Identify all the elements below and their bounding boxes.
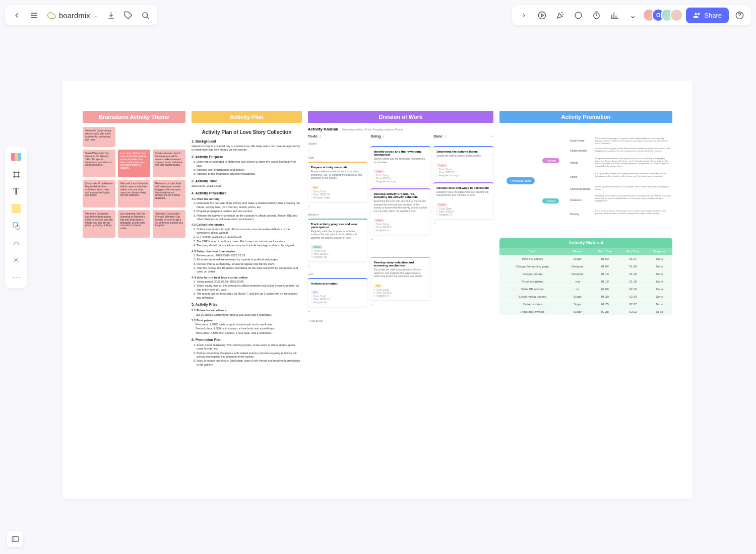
text-button[interactable]: T	[8, 183, 24, 199]
kanban-board: To-do5 Urgent + High Prepare activity ma…	[308, 134, 493, 322]
mm-node[interactable]: Partner	[570, 161, 578, 164]
chevron-down-icon: ⌄	[93, 12, 98, 19]
svg-rect-7	[12, 536, 19, 541]
plan-document[interactable]: Activity Plan of Love Story Collection 1…	[192, 127, 302, 367]
templates-icon	[11, 153, 21, 161]
kanban-card[interactable]: Identify prizes and the rewarding mechan…	[370, 146, 430, 186]
add-group[interactable]: + Add group	[308, 319, 368, 322]
table-row[interactable]: Write PR articlesxx02.0902.10Done	[499, 286, 672, 293]
svg-point-6	[16, 225, 20, 230]
table-row[interactable]: Collect storiesSugar02.2502.27To do	[499, 301, 672, 308]
add-card[interactable]: +	[370, 237, 430, 242]
add-card[interactable]: +	[308, 309, 368, 314]
shape-button[interactable]	[8, 218, 24, 234]
brainstorm-column: Brainstorm Activity Theme Valentine's Da…	[83, 111, 185, 238]
mm-node[interactable]: Interaction	[570, 198, 582, 201]
mm-node[interactable]: Sharing	[570, 213, 579, 216]
more-button[interactable]: ⌄	[625, 8, 640, 23]
kanban-card[interactable]: Prepare activity materialsPrepare releva…	[308, 162, 368, 202]
table-row[interactable]: Social media postingSugar01.3002.10Done	[499, 293, 672, 301]
back-button[interactable]	[9, 8, 24, 23]
comment-button[interactable]	[571, 8, 586, 23]
doc-title-text: boardmix	[59, 11, 90, 20]
kanban-col-doing: Doing2 Identify prizes and the rewarding…	[370, 134, 430, 322]
more-tools-button[interactable]: ⋯	[8, 269, 24, 285]
sticky-note[interactable]: Love story collection: Let users share t…	[118, 150, 151, 177]
avatar[interactable]	[670, 9, 683, 22]
celebrate-button[interactable]	[552, 8, 568, 23]
column-header: Brainstorm Activity Theme	[83, 111, 185, 123]
mindmap[interactable]: Promotion plan Channel Content Social me…	[499, 137, 672, 228]
minimap-button[interactable]	[7, 531, 23, 547]
chart-button[interactable]	[607, 8, 622, 23]
mm-root[interactable]: Promotion plan	[507, 177, 535, 184]
tag-button[interactable]	[121, 8, 136, 23]
side-toolbar: T ⋯	[5, 146, 27, 288]
user-plus-icon	[693, 11, 702, 20]
canvas[interactable]: Brainstorm Activity Theme Valentine's Da…	[62, 81, 692, 499]
sticky-note[interactable]: Restaurant or hotel: Work with restauran…	[153, 180, 185, 207]
column-header: Division of Work	[308, 111, 493, 123]
table-row[interactable]: Design postersDesigner01.1001.10Done	[499, 270, 672, 278]
table-header-row: TaskPersonStart TimeEnd TimeProgress	[499, 248, 672, 255]
mm-node[interactable]: Social media	[570, 139, 585, 142]
svg-point-2	[575, 12, 582, 19]
notes-grid: Valentine's Day is coming, please start …	[83, 127, 185, 238]
svg-point-1	[538, 12, 545, 19]
doc-title[interactable]: boardmix ⌄	[43, 11, 102, 20]
search-button[interactable]	[138, 8, 153, 23]
kanban-card[interactable]: Develop story selection and screening me…	[370, 257, 430, 300]
timer-button[interactable]	[589, 8, 604, 23]
menu-button[interactable]	[26, 8, 41, 23]
material-table[interactable]: Activity Material TaskPersonStart TimeEn…	[499, 238, 672, 315]
line-button[interactable]	[8, 235, 24, 251]
templates-button[interactable]	[8, 149, 24, 165]
promotion-column: Activity Promotion Promotion plan Channe…	[499, 111, 672, 315]
cloud-icon	[47, 11, 56, 20]
sticky-note[interactable]: Valentine's Day bundles: Promote Valenti…	[153, 210, 185, 238]
expand-button[interactable]: ›	[516, 8, 531, 23]
kanban-card[interactable]: Determine the activity themeDecide the a…	[433, 146, 493, 180]
add-card[interactable]: +	[370, 303, 430, 307]
mm-node[interactable]: Creation guidance	[570, 187, 591, 190]
kanban-title: Activity KanbanGrouping condition: To-do…	[308, 127, 493, 131]
sticky-note[interactable]: Clock chain: On Valentine's Day, hold cl…	[83, 180, 115, 207]
sticky-note[interactable]: Confession note: Launch the confession w…	[153, 150, 185, 177]
topbar-left: boardmix ⌄	[5, 5, 157, 25]
kanban-card[interactable]: Develop activity procedures, including t…	[370, 188, 430, 235]
table-row[interactable]: Announce awardsSugar02.2803.02To do	[499, 308, 672, 316]
table-row[interactable]: Plan the activitySugar01.0301.27Done	[499, 255, 672, 263]
help-button[interactable]	[732, 8, 747, 23]
sticky-icon	[12, 204, 21, 214]
add-card[interactable]: +	[308, 264, 368, 268]
frame-button[interactable]	[8, 166, 24, 182]
sticky-note[interactable]: Valentine's Day games: Launch interactiv…	[83, 210, 115, 238]
mm-node[interactable]: Offline	[570, 175, 577, 178]
sticky-note[interactable]: Valentine's Day is coming, please start …	[83, 127, 115, 147]
sticky-button[interactable]	[8, 200, 24, 217]
table-row[interactable]: Design the landing pageDesigner01.0401.0…	[499, 263, 672, 270]
download-button[interactable]	[104, 8, 119, 23]
mm-node[interactable]: Content	[542, 198, 559, 203]
play-button[interactable]	[534, 8, 549, 23]
connector-button[interactable]	[8, 252, 24, 268]
share-button[interactable]: Share	[686, 8, 729, 23]
kanban-card[interactable]: Track activity progress and user partici…	[308, 219, 368, 262]
topbar-right: › ⌄ O Share	[512, 5, 751, 25]
column-header: Activity Promotion	[499, 111, 672, 123]
add-card[interactable]: +	[433, 222, 493, 226]
table-title: Activity Material	[499, 238, 672, 248]
sticky-note[interactable]: Wish wall: Launch the wish wall for user…	[118, 180, 151, 207]
avatars[interactable]: O	[647, 9, 683, 22]
sticky-note[interactable]: Live streaming: Hold live streaming on V…	[118, 210, 151, 238]
doc-title: Activity Plan of Love Story Collection	[192, 129, 302, 136]
kanban-col-done: Done2+ Determine the activity themeDecid…	[433, 134, 493, 322]
add-card[interactable]: +	[308, 204, 368, 209]
add-card[interactable]: +	[308, 148, 368, 152]
kanban-card[interactable]: Activity promotionLowTo-do: To-doTime: 2…	[308, 278, 368, 307]
kanban-card[interactable]: Design rules and ways to participateEsta…	[433, 182, 493, 219]
mm-node[interactable]: Official website	[570, 149, 587, 152]
sticky-note[interactable]: Special Valentine's Day discounts: On Fe…	[83, 150, 115, 177]
table-row[interactable]: Purchase prizesred01.1001.10Done	[499, 278, 672, 286]
mm-node[interactable]: Channel	[542, 158, 560, 163]
